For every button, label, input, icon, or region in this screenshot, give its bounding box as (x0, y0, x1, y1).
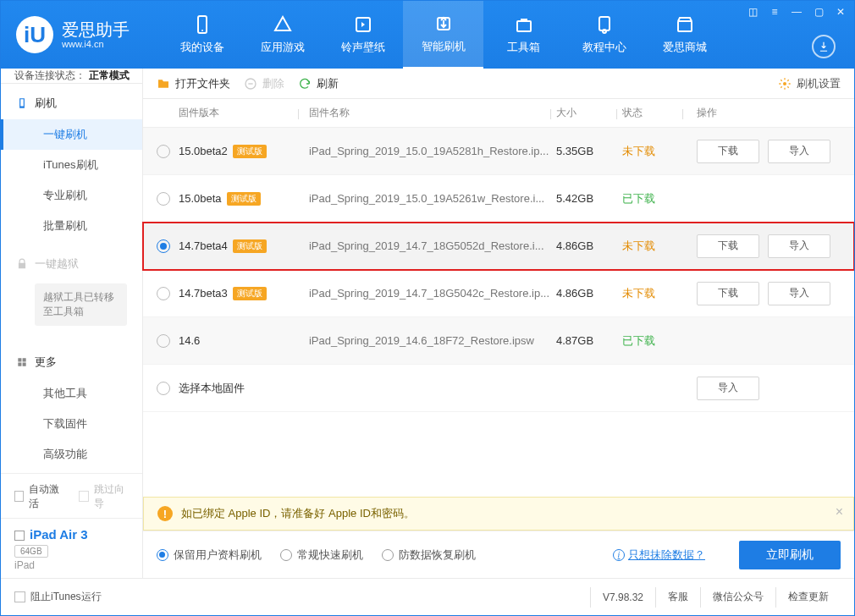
svg-point-1 (201, 30, 203, 31)
svg-rect-5 (599, 17, 610, 30)
brand-name: 爱思助手 (62, 20, 130, 39)
menu-icon[interactable]: ≡ (768, 6, 781, 18)
import-button[interactable]: 导入 (697, 377, 759, 400)
fw-version: 14.7beta4 (179, 239, 228, 252)
sidebar-item-1[interactable]: iTunes刷机 (1, 150, 142, 180)
maximize-icon[interactable]: ▢ (812, 6, 825, 18)
appleid-warning: ! 如已绑定 Apple ID，请准备好 Apple ID和密码。 × (143, 497, 854, 531)
row-radio[interactable] (157, 192, 170, 206)
sidebar-item-3[interactable]: 批量刷机 (1, 211, 142, 241)
svg-rect-4 (517, 21, 531, 31)
info-icon: i (613, 549, 625, 561)
gear-icon (778, 77, 792, 91)
sidebar-head-jailbreak: 一键越狱 (1, 248, 142, 280)
device-icon (14, 531, 25, 541)
fw-name: iPad_Spring_2019_14.7_18G5042c_Restore.i… (304, 287, 549, 300)
row-radio[interactable] (157, 287, 170, 300)
flash-option-0[interactable]: 保留用户资料刷机 (157, 547, 262, 563)
sidebar: 设备连接状态：正常模式 刷机 一键刷机iTunes刷机专业刷机批量刷机 一键越狱… (1, 69, 143, 578)
nav-apps[interactable]: 应用游戏 (242, 1, 323, 69)
beta-tag: 测试版 (233, 145, 267, 158)
nav-ringtones[interactable]: 铃声壁纸 (323, 1, 403, 69)
nav-flash[interactable]: 智能刷机 (403, 1, 483, 69)
svg-rect-7 (678, 21, 692, 31)
table-row: 14.6iPad_Spring_2019_14.6_18F72_Restore.… (143, 317, 854, 365)
refresh-button[interactable]: 刷新 (298, 76, 339, 91)
refresh-icon (298, 77, 312, 91)
more-icon (16, 356, 28, 368)
import-button[interactable]: 导入 (768, 234, 830, 258)
sidebar-more-item-0[interactable]: 其他工具 (1, 378, 142, 409)
fw-name: iPad_Spring_2019_15.0_19A5261w_Restore.i… (304, 192, 549, 205)
logo-icon: iU (16, 16, 53, 53)
erase-data-link[interactable]: i 只想抹除数据？ (613, 547, 705, 563)
lock-icon (16, 258, 28, 270)
customer-service-link[interactable]: 客服 (655, 587, 700, 608)
folder-icon (157, 77, 170, 91)
wechat-link[interactable]: 微信公众号 (700, 587, 775, 608)
fw-version: 14.7beta3 (179, 287, 228, 300)
row-radio[interactable] (157, 334, 170, 348)
flash-now-button[interactable]: 立即刷机 (739, 541, 841, 569)
sidebar-head-flash[interactable]: 刷机 (1, 87, 142, 119)
download-button[interactable]: 下载 (697, 282, 759, 305)
device-type: iPad (14, 559, 129, 571)
table-row: 14.7beta4测试版iPad_Spring_2019_14.7_18G505… (143, 223, 854, 270)
fw-name: iPad_Spring_2019_14.7_18G5052d_Restore.i… (304, 239, 549, 252)
sidebar-item-2[interactable]: 专业刷机 (1, 180, 142, 211)
check-update-link[interactable]: 检查更新 (775, 587, 841, 608)
fw-size: 5.42GB (556, 192, 615, 205)
app-header: iU 爱思助手 www.i4.cn 我的设备应用游戏铃声壁纸智能刷机工具箱教程中… (1, 1, 854, 69)
download-button[interactable]: 下载 (697, 140, 759, 163)
download-button[interactable]: 下载 (697, 234, 759, 258)
close-warning-icon[interactable]: × (836, 504, 843, 520)
firmware-table: 15.0beta2测试版iPad_Spring_2019_15.0_19A528… (143, 128, 854, 412)
import-button[interactable]: 导入 (768, 140, 830, 163)
table-header: 固件版本 | 固件名称 | 大小 | 状态 | 操作 (143, 99, 854, 128)
flash-icon (16, 97, 28, 109)
table-row: 15.0beta2测试版iPad_Spring_2019_15.0_19A528… (143, 128, 854, 175)
sidebar-more-item-2[interactable]: 高级功能 (1, 439, 142, 470)
beta-tag: 测试版 (227, 192, 261, 206)
fw-name: iPad_Spring_2019_15.0_19A5281h_Restore.i… (304, 145, 549, 157)
fw-name: iPad_Spring_2019_14.6_18F72_Restore.ipsw (304, 334, 549, 347)
table-row: 14.7beta3测试版iPad_Spring_2019_14.7_18G504… (143, 270, 854, 317)
device-storage: 64GB (14, 545, 48, 558)
warning-icon: ! (157, 506, 173, 521)
close-icon[interactable]: ✕ (834, 6, 847, 18)
nav-store[interactable]: 爱思商城 (644, 1, 725, 69)
nav-tutorials[interactable]: 教程中心 (564, 1, 644, 69)
nav-device[interactable]: 我的设备 (162, 1, 242, 69)
download-manager-icon[interactable] (812, 35, 836, 58)
sidebar-head-more[interactable]: 更多 (1, 346, 142, 378)
flash-option-2[interactable]: 防数据恢复刷机 (382, 547, 476, 563)
delete-button[interactable]: 删除 (244, 76, 284, 91)
block-itunes-checkbox[interactable]: 阻止iTunes运行 (14, 590, 102, 604)
flash-settings-button[interactable]: 刷机设置 (778, 76, 841, 91)
device-name[interactable]: iPad Air 3 (30, 527, 88, 542)
nav-tools[interactable]: 工具箱 (483, 1, 564, 69)
toolbar: 打开文件夹 删除 刷新 刷机设置 (143, 69, 854, 99)
row-radio[interactable] (157, 145, 170, 158)
sidebar-more-item-1[interactable]: 下载固件 (1, 409, 142, 439)
row-radio[interactable] (157, 382, 170, 395)
flash-option-1[interactable]: 常规快速刷机 (280, 547, 363, 563)
fw-status: 未下载 (622, 286, 681, 301)
import-button[interactable]: 导入 (768, 282, 830, 305)
minimize-icon[interactable]: — (790, 6, 803, 18)
fw-version: 15.0beta2 (179, 145, 228, 157)
open-folder-button[interactable]: 打开文件夹 (157, 76, 230, 91)
app-version: V7.98.32 (590, 587, 655, 608)
fw-status: 已下载 (622, 333, 681, 349)
auto-activate-checkbox[interactable]: 自动激活 (14, 482, 63, 511)
fw-status: 未下载 (622, 239, 681, 254)
row-radio[interactable] (157, 239, 170, 253)
top-nav: 我的设备应用游戏铃声壁纸智能刷机工具箱教程中心爱思商城 (162, 1, 725, 69)
flash-options: 保留用户资料刷机常规快速刷机防数据恢复刷机 i 只想抹除数据？ 立即刷机 (143, 531, 854, 578)
theme-icon[interactable]: ◫ (746, 6, 759, 18)
window-controls: ◫ ≡ — ▢ ✕ (746, 6, 847, 18)
skip-guide-checkbox[interactable]: 跳过向导 (79, 482, 128, 511)
beta-tag: 测试版 (233, 287, 267, 300)
main-panel: 打开文件夹 删除 刷新 刷机设置 固件版本 | 固件名称 | 大小 | (143, 69, 854, 578)
sidebar-item-0[interactable]: 一键刷机 (1, 119, 142, 150)
